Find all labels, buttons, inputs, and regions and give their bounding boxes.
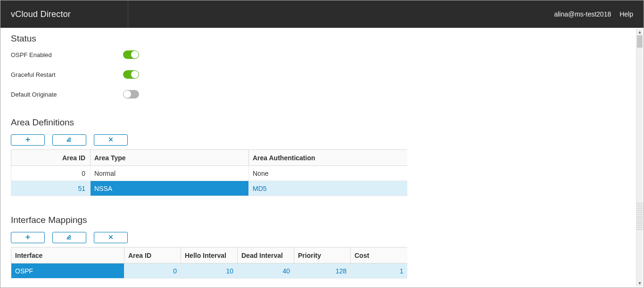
area-cell-type: NSSA bbox=[91, 181, 249, 196]
scroll-down-icon[interactable]: ▼ bbox=[636, 280, 643, 287]
area-edit-button[interactable] bbox=[52, 134, 86, 146]
area-definitions-section: Area Definitions Area ID bbox=[11, 117, 633, 196]
default-originate-toggle[interactable] bbox=[123, 90, 139, 99]
ifmap-cell-interface: OSPF bbox=[11, 263, 124, 279]
area-toolbar bbox=[11, 134, 633, 146]
ifmap-add-button[interactable] bbox=[11, 232, 45, 243]
scroll-thumb[interactable] bbox=[637, 35, 643, 48]
edit-icon bbox=[66, 137, 72, 144]
graceful-restart-toggle[interactable] bbox=[123, 70, 139, 79]
help-link[interactable]: Help bbox=[619, 10, 633, 18]
ifmap-row[interactable]: OSPF 0 10 40 128 1 bbox=[11, 263, 407, 279]
content-area: Status OSPF Enabled Graceful Restart Def… bbox=[0, 28, 644, 288]
delete-icon bbox=[108, 137, 114, 144]
interface-mappings-table: Interface Area ID Hello Interval Dead In… bbox=[11, 247, 407, 279]
topbar-divider bbox=[128, 0, 128, 28]
area-delete-button[interactable] bbox=[94, 134, 128, 146]
ifmap-cell-cost: 1 bbox=[351, 263, 407, 279]
area-cell-id: 0 bbox=[11, 166, 91, 181]
ifmap-header-row: Interface Area ID Hello Interval Dead In… bbox=[11, 247, 407, 263]
area-definitions-table: Area ID Area Type Area Authentication 0 … bbox=[11, 149, 407, 196]
area-row[interactable]: 0 Normal None bbox=[11, 166, 407, 181]
area-add-button[interactable] bbox=[11, 134, 45, 146]
ifmap-col-area-id[interactable]: Area ID bbox=[124, 247, 181, 263]
status-section: Status OSPF Enabled Graceful Restart Def… bbox=[11, 33, 633, 99]
top-navbar: vCloud Director alina@ms-test2018 Help bbox=[0, 0, 644, 28]
area-definitions-heading: Area Definitions bbox=[11, 117, 633, 128]
scroll-hatch bbox=[636, 202, 643, 230]
delete-icon bbox=[108, 234, 114, 241]
ospf-enabled-row: OSPF Enabled bbox=[11, 50, 633, 59]
ifmap-cell-hello: 10 bbox=[181, 263, 238, 279]
ospf-enabled-toggle[interactable] bbox=[123, 50, 139, 59]
ifmap-col-dead[interactable]: Dead Interval bbox=[238, 247, 294, 263]
ifmap-cell-dead: 40 bbox=[238, 263, 294, 279]
area-cell-id: 51 bbox=[11, 181, 91, 196]
add-icon bbox=[25, 137, 31, 144]
add-icon bbox=[25, 234, 31, 241]
interface-mappings-heading: Interface Mappings bbox=[11, 215, 633, 225]
graceful-restart-label: Graceful Restart bbox=[11, 71, 123, 78]
area-cell-type: Normal bbox=[91, 166, 249, 181]
area-header-row: Area ID Area Type Area Authentication bbox=[11, 150, 407, 166]
edit-icon bbox=[66, 234, 72, 241]
app-title: vCloud Director bbox=[11, 9, 71, 19]
ospf-enabled-label: OSPF Enabled bbox=[11, 51, 123, 58]
area-col-type[interactable]: Area Type bbox=[91, 150, 249, 166]
area-cell-auth: MD5 bbox=[249, 181, 407, 196]
ifmap-edit-button[interactable] bbox=[52, 232, 86, 243]
default-originate-row: Default Originate bbox=[11, 90, 633, 99]
area-cell-auth: None bbox=[249, 166, 407, 181]
area-row[interactable]: 51 NSSA MD5 bbox=[11, 181, 407, 196]
area-col-id[interactable]: Area ID bbox=[11, 150, 91, 166]
scroll-up-icon[interactable]: ▲ bbox=[636, 29, 643, 35]
ifmap-cell-area-id: 0 bbox=[124, 263, 181, 279]
status-heading: Status bbox=[11, 33, 633, 44]
area-col-auth[interactable]: Area Authentication bbox=[249, 150, 407, 166]
user-menu[interactable]: alina@ms-test2018 bbox=[554, 10, 611, 18]
ifmap-col-cost[interactable]: Cost bbox=[351, 247, 407, 263]
interface-mappings-section: Interface Mappings Interface bbox=[11, 215, 633, 279]
default-originate-label: Default Originate bbox=[11, 91, 123, 98]
ifmap-cell-priority: 128 bbox=[294, 263, 351, 279]
ifmap-delete-button[interactable] bbox=[94, 232, 128, 243]
ifmap-col-interface[interactable]: Interface bbox=[11, 247, 124, 263]
ifmap-col-hello[interactable]: Hello Interval bbox=[181, 247, 238, 263]
ifmap-col-priority[interactable]: Priority bbox=[294, 247, 351, 263]
ifmap-toolbar bbox=[11, 232, 633, 243]
graceful-restart-row: Graceful Restart bbox=[11, 70, 633, 79]
vertical-scrollbar[interactable]: ▲ ▼ bbox=[636, 29, 643, 287]
